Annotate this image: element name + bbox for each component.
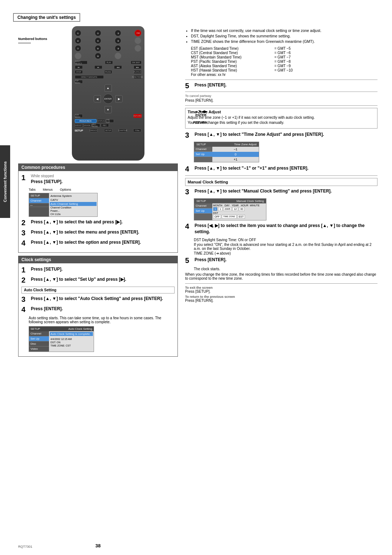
manual-screen-header: SETUP Manual Clock Setting <box>194 199 266 203</box>
step1-action: Press [SETUP]. <box>31 179 175 185</box>
tz-row-3: PST (Pacific Standard Time) = GMT −8 <box>191 60 377 64</box>
setup-label: SETUP <box>75 129 83 132</box>
clock-step-4: 4 Press [ENTER]. <box>21 306 175 313</box>
right-step5-text: Press [ENTER]. <box>195 82 377 88</box>
step4-text: Press [▲, ▼] to select the option and pr… <box>31 239 175 246</box>
auto-clock-screen-area: SETUP Auto Clock Setting Channel Set Up … <box>29 326 175 352</box>
manual-step-4: 4 Press [◀, ▶] to select the item you wa… <box>185 223 377 235</box>
tz-screen-body: Channel Set Up −1 0 +1 <box>194 147 259 162</box>
tz-screen-header: SETUP Time Zone Adjust <box>194 142 259 147</box>
tz-row-1: CST (Central Standard Time) = GMT −6 <box>191 51 377 55</box>
auto-screen-left-menu: Channel Set Up Disc Video <box>29 331 49 352</box>
options-label: Options <box>60 188 71 191</box>
manual-clock-box: Manual Clock Setting <box>185 178 377 186</box>
to-return-title: To return to the previous screen <box>185 295 377 299</box>
tz-step4-text: Press [▲, ▼] to select "−1" or "+1" and … <box>195 165 377 171</box>
tz-step3-text: Press [▲, ▼] to select "Time Zone Adjust… <box>195 131 377 138</box>
common-step-2: 2 Press [▲, ▼] to select the tab and pre… <box>21 219 175 226</box>
clock-step2-text: Press [▲, ▼] to select "Set Up" and pres… <box>31 276 175 283</box>
page-container: Convenient functions Changing the unit's… <box>0 0 392 555</box>
auto-screen-header: SETUP Auto Clock Setting <box>29 327 94 331</box>
dpad: ▲ ▼ ◀ ▶ ENTER <box>94 84 123 113</box>
auto-clock-box-title: Auto Clock Setting <box>24 288 56 292</box>
bullet-2: DST, Daylight Saving Time, shows the sum… <box>191 34 377 38</box>
remote-image: ① ② ③ CH ④ ⑤ ⑥ ⑦ ⑧ ⑨ <box>72 26 144 161</box>
time-zone-adjust-box: Time Zone Adjust Adjust the time zone (−… <box>185 108 377 129</box>
common-step-4: 4 Press [▲, ▼] to select the option and … <box>21 239 175 247</box>
manual-step5-text: Press [ENTER]. <box>195 257 377 263</box>
tz-step-4: 4 Press [▲, ▼] to select "−1" or "+1" an… <box>185 165 377 173</box>
clock-step-3: 3 Press [▲, ▼] to select "Auto Clock Set… <box>21 296 175 303</box>
manual-clock-title: Manual Clock Setting <box>188 180 375 184</box>
tz-screen-right: −1 0 +1 <box>212 147 259 162</box>
clock-settings-content: 1 Press [SETUP]. 2 Press [▲, ▼] to selec… <box>19 263 177 356</box>
manual-step4-text: Press [◀, ▶] to select the item you want… <box>195 223 377 235</box>
tz-adjust-screen-area: SETUP Time Zone Adjust Channel Set Up −1… <box>194 142 377 162</box>
to-exit-text: Press [SETUP]. <box>185 289 377 293</box>
bullet-3: TIME ZONE shows the time difference from… <box>191 39 377 44</box>
bullet-list: If the time was not set correctly, use m… <box>185 28 377 44</box>
tz-row-6: For other areas: xx hr <box>191 73 377 77</box>
dst-row: DST <box>213 212 265 214</box>
dpad-down: ▼ <box>105 106 112 113</box>
sidebar-label: Convenient functions <box>0 145 10 218</box>
to-exit-section: To exit the screen Press [SETUP]. <box>185 286 377 293</box>
manual-clock-screen-area: SETUP Manual Clock Setting Channel Set U… <box>194 198 377 220</box>
tz-row-5: HST (Hawaii Standard Time) = GMT −10 <box>191 68 377 72</box>
common-procedures-box: Common procedures 1 While stopped Press … <box>18 163 178 253</box>
manual-step-5: 5 Press [ENTER]. <box>185 257 377 264</box>
manual-field-labels: MONTHDAYYEARHOURMINUTE <box>213 204 265 207</box>
bullet-1: If the time was not set correctly, use m… <box>191 28 377 33</box>
tz-row-4: AST (Alaska Standard Time) = GMT −9 <box>191 64 377 68</box>
clock-settings-title: Clock settings <box>19 256 177 263</box>
right-column: If the time was not set correctly, use m… <box>185 26 377 303</box>
auto-clock-info-box: Auto Clock Setting <box>21 287 175 293</box>
to-return-text: Press [RETURN]. <box>185 299 377 303</box>
dpad-up: ▲ <box>105 84 112 92</box>
dpad-left: ◀ <box>94 95 101 102</box>
common-screen-mockup: SETUP Channel — Antenna System CATV Auto… <box>29 193 98 217</box>
tabs-label: Tabs <box>29 188 36 191</box>
page-header: Changing the unit's settings <box>13 13 379 22</box>
clock-step3-text: Press [▲, ▼] to select "Auto Clock Setti… <box>31 296 175 302</box>
clock-step-1: 1 Press [SETUP]. <box>21 266 175 274</box>
dst-note: DST Daylight Saving Time: ON or OFF If y… <box>194 238 377 255</box>
step3-text: Press [▲, ▼] to select the menu and pres… <box>31 229 175 235</box>
common-procedures-content: 1 While stopped Press [SETUP]. Tabs Menu… <box>19 171 177 252</box>
clock-step4-text: Press [ENTER]. <box>31 306 175 312</box>
auto-note: Auto setting starts. This can take some … <box>29 316 175 324</box>
right-step-5: 5 Press [ENTER]. <box>185 82 377 89</box>
auto-screen-body: Channel Set Up Disc Video Auto Clock Set… <box>29 331 94 352</box>
tz-adjust-title: Time Zone Adjust <box>188 110 375 114</box>
section-title: Changing the unit's settings <box>13 13 80 22</box>
auto-clock-screen: SETUP Auto Clock Setting Channel Set Up … <box>29 326 94 352</box>
left-column: Numbered buttons ① ② ③ CH ④ ⑤ ⑥ <box>18 26 178 357</box>
to-exit-title: To exit the screen <box>185 286 377 289</box>
enter-button: ENTER <box>103 94 113 104</box>
clock-settings-box: Clock settings 1 Press [SETUP]. 2 Press … <box>18 256 178 357</box>
common-procedures-title: Common procedures <box>19 164 177 171</box>
cancel-partway-title: To cancel partway <box>185 94 377 98</box>
remote-control: ① ② ③ CH ④ ⑤ ⑥ ⑦ ⑧ ⑨ <box>38 26 178 161</box>
cancel-partway-text: Press [RETURN]. <box>185 98 377 102</box>
manual-screen-left: Channel Set Up <box>194 203 212 220</box>
common-screen-right: Antenna System CATV Auto Channel Setting… <box>49 193 97 216</box>
tz-row-0: EST (Eastern Standard Time) = GMT −5 <box>191 46 377 50</box>
manual-field-values: 1 1 2005 12 00 <box>213 207 265 211</box>
tz-step-3: 3 Press [▲, ▼] to select "Time Zone Adju… <box>185 131 377 139</box>
menus-label: Menus <box>43 188 53 191</box>
tz-row-2: MST (Mountain Standard Time) = GMT −7 <box>191 55 377 59</box>
step2-text: Press [▲, ▼] to select the tab and press… <box>31 219 175 225</box>
tz-change-note: When you change the time zone, the recor… <box>185 272 377 280</box>
clock-step1-text: Press [SETUP]. <box>31 266 175 272</box>
manual-clock-screen: SETUP Manual Clock Setting Channel Set U… <box>194 198 266 220</box>
common-screen-left: SETUP Channel — <box>29 193 49 216</box>
common-setup-screen: Tabs Menus Options SETUP Channel — <box>29 188 175 217</box>
timezone-table: EST (Eastern Standard Time) = GMT −5 CST… <box>191 46 377 77</box>
clock-starts-note: The clock starts. <box>194 267 377 271</box>
cancel-partway-section: To cancel partway Press [RETURN]. <box>185 94 377 102</box>
remote-area: Numbered buttons ① ② ③ CH ④ ⑤ ⑥ <box>18 26 178 161</box>
manual-screen-body: Channel Set Up MONTHDAYYEARHOURMINUTE 1 … <box>194 203 266 220</box>
tz-adjust-desc: Adjust the time zone (−1 or +1) if it wa… <box>188 116 375 119</box>
tz-screen-left: Channel Set Up <box>194 147 212 162</box>
